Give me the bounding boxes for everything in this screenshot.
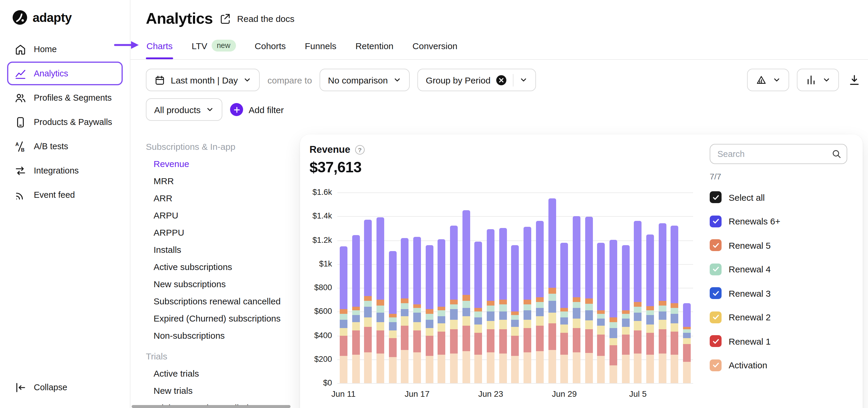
- ab-tests-icon: AB: [14, 140, 27, 152]
- legend-item-renewal-5[interactable]: Renewal 5: [710, 239, 847, 251]
- bar-jun-11[interactable]: [337, 193, 349, 383]
- bar-jun-19[interactable]: [435, 193, 447, 383]
- bar-jun-13[interactable]: [362, 193, 374, 383]
- checkbox-icon[interactable]: [710, 263, 721, 275]
- bar-jul-9[interactable]: [681, 193, 693, 383]
- checkbox-icon[interactable]: [710, 335, 721, 347]
- sidebar-item-ab-tests[interactable]: AB A/B tests: [7, 134, 123, 158]
- add-filter-button[interactable]: Add filter: [230, 103, 284, 116]
- bar-stack: [450, 226, 458, 383]
- bar-jul-4[interactable]: [620, 193, 632, 383]
- sidebar-item-integrations[interactable]: Integrations: [7, 159, 123, 182]
- bar-jul-6[interactable]: [644, 193, 656, 383]
- bar-segment-renewal-1: [597, 334, 605, 355]
- bar-jul-7[interactable]: [656, 193, 669, 383]
- date-range-button[interactable]: Last month | Day: [146, 69, 260, 91]
- tab-retention[interactable]: Retention: [355, 36, 394, 58]
- metric-item-new-subscriptions[interactable]: New subscriptions: [146, 275, 295, 293]
- bar-jun-28[interactable]: [546, 193, 558, 383]
- bar-segment-renewal-1: [658, 330, 666, 353]
- bar-jun-22[interactable]: [472, 193, 485, 383]
- sidebar-collapse-button[interactable]: Collapse: [7, 375, 123, 399]
- comparison-select[interactable]: No comparison: [319, 69, 410, 91]
- sidebar-item-event-feed[interactable]: Event feed: [7, 183, 123, 207]
- clear-group-by-icon[interactable]: [496, 74, 507, 86]
- search-input[interactable]: [710, 144, 847, 164]
- bar-jun-23[interactable]: [485, 193, 497, 383]
- legend-item-renewal-3[interactable]: Renewal 3: [710, 287, 847, 299]
- bar-jun-29[interactable]: [558, 193, 570, 383]
- checkbox-icon[interactable]: [710, 191, 721, 203]
- bar-jun-20[interactable]: [447, 193, 460, 383]
- sidebar-item-home[interactable]: Home: [7, 37, 123, 61]
- bar-jul-1[interactable]: [583, 193, 595, 383]
- metric-item-new-trials[interactable]: New trials: [146, 382, 295, 399]
- legend-item-renewal-1[interactable]: Renewal 1: [710, 335, 847, 347]
- legend-item-activation[interactable]: Activation: [710, 359, 847, 371]
- sidebar-item-products-paywalls[interactable]: Products & Paywalls: [7, 110, 123, 134]
- bar-jul-3[interactable]: [607, 193, 619, 383]
- bar-jun-25[interactable]: [509, 193, 521, 383]
- help-icon[interactable]: ?: [355, 145, 365, 154]
- download-button[interactable]: [847, 73, 862, 87]
- tab-conversion[interactable]: Conversion: [412, 36, 458, 58]
- filter-row-secondary: All products Add filter: [130, 98, 868, 121]
- metrics-horizontal-scrollbar[interactable]: [132, 405, 290, 408]
- svg-text:A: A: [16, 141, 19, 147]
- metric-item-mrr[interactable]: MRR: [146, 172, 295, 190]
- legend-item-renewal-4[interactable]: Renewal 4: [710, 263, 847, 275]
- products-select[interactable]: All products: [146, 98, 223, 121]
- checkbox-icon[interactable]: [710, 359, 721, 371]
- metric-item-expired-subscriptions[interactable]: Expired (Churned) subscriptions: [146, 310, 295, 327]
- group-by-select[interactable]: Group by Period: [417, 69, 536, 91]
- metric-item-installs[interactable]: Installs: [146, 241, 295, 258]
- tab-ltv[interactable]: LTVnew: [191, 35, 236, 59]
- chart-style-button[interactable]: [747, 69, 789, 91]
- bar-jun-27[interactable]: [534, 193, 546, 383]
- tab-charts[interactable]: Charts: [146, 36, 173, 58]
- bar-segment-renewal-4: [646, 311, 654, 315]
- legend-item-renewal-2[interactable]: Renewal 2: [710, 311, 847, 323]
- legend-item-select-all[interactable]: Select all: [710, 191, 847, 203]
- bar-jun-21[interactable]: [460, 193, 472, 383]
- checkbox-icon[interactable]: [710, 239, 721, 251]
- adapty-logo[interactable]: adapty: [7, 8, 123, 37]
- checkbox-icon[interactable]: [710, 311, 721, 323]
- metric-item-arr[interactable]: ARR: [146, 190, 295, 207]
- tab-funnels[interactable]: Funnels: [304, 36, 337, 58]
- bar-jun-18[interactable]: [423, 193, 435, 383]
- bar-jun-26[interactable]: [522, 193, 534, 383]
- bar-jun-30[interactable]: [570, 193, 583, 383]
- bar-jun-12[interactable]: [349, 193, 362, 383]
- metric-item-arppu[interactable]: ARPPU: [146, 224, 295, 241]
- chart-columns-button[interactable]: [797, 69, 839, 91]
- metric-item-active-subscriptions[interactable]: Active subscriptions: [146, 258, 295, 275]
- metric-item-subscriptions-renewal-cancelled[interactable]: Subscriptions renewal cancelled: [146, 293, 295, 310]
- bar-jul-8[interactable]: [669, 193, 681, 383]
- legend-item-renewals-6plus[interactable]: Renewals 6+: [710, 215, 847, 227]
- search-icon[interactable]: [831, 149, 842, 159]
- y-tick-label: $1.2k: [312, 235, 332, 244]
- bar-jun-16[interactable]: [399, 193, 411, 383]
- sidebar-item-analytics[interactable]: Analytics: [7, 62, 123, 85]
- metric-item-active-trials[interactable]: Active trials: [146, 365, 295, 382]
- bar-jun-24[interactable]: [497, 193, 509, 383]
- bar-jun-17[interactable]: [411, 193, 423, 383]
- metric-item-arpu[interactable]: ARPU: [146, 207, 295, 224]
- metric-item-revenue[interactable]: Revenue: [146, 155, 295, 172]
- collapse-icon: [14, 381, 27, 394]
- bar-jul-5[interactable]: [632, 193, 644, 383]
- bar-jul-2[interactable]: [595, 193, 607, 383]
- read-the-docs-link[interactable]: Read the docs: [237, 13, 294, 24]
- sidebar-item-profiles-segments[interactable]: Profiles & Segments: [7, 86, 123, 109]
- bar-jun-15[interactable]: [386, 193, 399, 383]
- bar-segment-renewal-3: [536, 308, 544, 316]
- checkbox-icon[interactable]: [710, 215, 721, 227]
- checkbox-icon[interactable]: [710, 287, 721, 299]
- external-link-icon[interactable]: [219, 13, 230, 24]
- bar-segment-activation: [438, 354, 445, 383]
- tab-cohorts[interactable]: Cohorts: [254, 36, 286, 58]
- bar-jun-14[interactable]: [374, 193, 386, 383]
- x-tick-label: Jun 17: [405, 389, 430, 399]
- metric-item-non-subscriptions[interactable]: Non-subscriptions: [146, 327, 295, 344]
